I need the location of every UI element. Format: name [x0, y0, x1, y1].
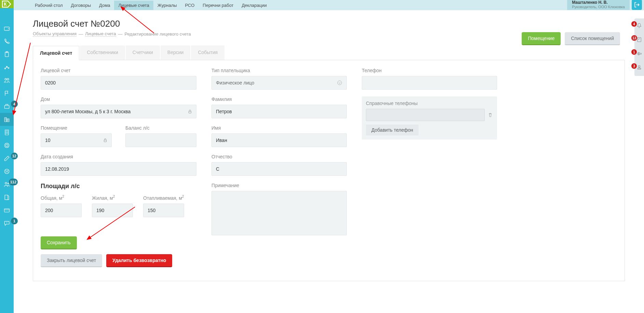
rail-task[interactable]: 13	[636, 37, 642, 44]
nav-accounts[interactable]: Лицевые счета	[114, 1, 153, 10]
svg-rect-21	[4, 209, 10, 212]
svg-point-19	[8, 183, 9, 184]
close-account-button[interactable]: Закрыть лицевой счет	[41, 254, 102, 267]
nav-journals[interactable]: Журналы	[153, 1, 181, 10]
svg-point-13	[4, 143, 9, 147]
nav-houses[interactable]: Дома	[95, 1, 114, 10]
input-area-living[interactable]	[92, 204, 133, 217]
header-actions: Помещение Список помещений	[522, 32, 620, 45]
sidebar-wallet-icon[interactable]	[0, 22, 14, 35]
input-balance[interactable]	[125, 133, 196, 147]
input-account[interactable]	[41, 76, 196, 90]
sidebar-calculator-icon[interactable]	[0, 126, 14, 139]
rail-stamp[interactable]: 3	[636, 65, 642, 72]
save-button[interactable]: Сохранить	[41, 236, 77, 249]
svg-rect-9	[4, 106, 9, 108]
user-box[interactable]: Машталенко Н. В. Руководитель, ООО Клюко…	[567, 0, 630, 10]
label-lastname: Фамилия	[211, 96, 347, 102]
label-ref-phones: Справочные телефоны	[366, 101, 493, 106]
logo[interactable]: К	[0, 0, 14, 8]
logo-icon: К	[2, 0, 12, 8]
input-room[interactable]	[41, 133, 112, 147]
label-balance: Баланс л/с	[125, 125, 196, 131]
svg-text:К: К	[4, 1, 7, 7]
label-phone: Телефон	[362, 68, 497, 73]
logout-button[interactable]	[632, 0, 642, 10]
label-area-heated: Отапливаемая, м2	[143, 195, 184, 201]
tab-meters[interactable]: Счетчики	[126, 45, 160, 60]
svg-rect-25	[638, 38, 641, 42]
nav-contracts[interactable]: Договоры	[67, 1, 95, 10]
rail-badge-3: 1	[631, 49, 637, 55]
input-phone[interactable]	[362, 76, 497, 90]
add-phone-button[interactable]: Добавить телефон	[366, 125, 419, 135]
svg-point-15	[4, 169, 9, 173]
label-note: Примечание	[211, 183, 347, 188]
room-button[interactable]: Помещение	[522, 32, 561, 45]
nav-works[interactable]: Перечни работ	[198, 1, 237, 10]
sidebar-buildings-icon[interactable]	[0, 113, 14, 126]
stamp-icon	[636, 65, 642, 71]
rail-badge-4: 3	[631, 63, 637, 69]
input-middlename[interactable]	[211, 162, 347, 176]
sidebar-chart-icon[interactable]	[0, 61, 14, 74]
input-area-total[interactable]	[41, 204, 82, 217]
select-payer-type[interactable]: Физическое лицо	[211, 76, 347, 90]
sidebar-doc-icon[interactable]	[0, 191, 14, 204]
input-lastname[interactable]	[211, 105, 347, 118]
user-role: Руководитель, ООО Клюковка	[572, 5, 625, 9]
main-area: Рабочий стол Договоры Дома Лицевые счета…	[14, 0, 644, 313]
svg-point-17	[8, 171, 8, 171]
input-ref-phone[interactable]	[366, 109, 485, 121]
svg-rect-20	[5, 195, 8, 199]
sidebar-chat-icon[interactable]: 1	[0, 217, 14, 230]
label-area-total: Общая, м2	[41, 195, 82, 201]
label-house: Дом	[41, 96, 196, 102]
trash-icon[interactable]	[488, 112, 493, 118]
top-nav: Рабочий стол Договоры Дома Лицевые счета…	[14, 0, 644, 10]
label-middlename: Отчество	[211, 154, 347, 159]
delete-button[interactable]: Удалить безвозвратно	[106, 254, 172, 267]
sidebar-edit-icon[interactable]: 12	[0, 152, 14, 165]
sidebar-cash-icon[interactable]: 4	[0, 100, 14, 113]
label-date: Дата создания	[41, 154, 196, 159]
sidebar-flag-icon[interactable]	[0, 87, 14, 100]
sidebar-phone-icon[interactable]	[0, 35, 14, 48]
nav-rso[interactable]: РСО	[181, 1, 199, 10]
svg-point-16	[6, 171, 6, 171]
sidebar-group-icon[interactable]	[0, 74, 14, 87]
input-area-heated[interactable]	[143, 204, 184, 217]
rail-badge-2: 13	[631, 35, 637, 41]
areas-heading: Площади л/с	[41, 183, 196, 190]
bell-icon	[636, 23, 642, 29]
label-area-living: Жилая, м2	[92, 195, 133, 201]
nav-dashboard[interactable]: Рабочий стол	[31, 1, 67, 10]
label-payer-type: Тип плательщика	[211, 68, 347, 73]
textarea-note[interactable]	[211, 191, 347, 235]
tab-versions[interactable]: Версии	[161, 45, 191, 60]
input-firstname[interactable]	[211, 133, 347, 147]
sidebar-people-icon[interactable]: 112	[0, 178, 14, 191]
crumb-accounts[interactable]: Лицевые счета	[85, 31, 116, 37]
input-date[interactable]	[41, 162, 196, 176]
tab-events[interactable]: События	[191, 45, 224, 60]
rooms-list-button[interactable]: Список помещений	[565, 32, 620, 45]
svg-point-14	[6, 144, 8, 147]
form-panel: Лицевой счет Дом Помещен	[33, 60, 625, 281]
crumb-objects[interactable]: Объекты управления	[33, 31, 77, 37]
sidebar-clipboard-icon[interactable]	[0, 48, 14, 61]
rail-signal[interactable]: 1	[636, 51, 642, 58]
tab-account[interactable]: Лицевой счет	[33, 46, 79, 60]
input-house[interactable]	[41, 105, 196, 118]
sidebar-card-icon[interactable]	[0, 204, 14, 217]
ref-phones-group: Справочные телефоны Добавить телефон	[362, 96, 497, 140]
rail-bell[interactable]: 4	[636, 23, 642, 30]
nav-decl[interactable]: Декларации	[238, 1, 271, 10]
left-sidebar: К 4 12 112 1	[0, 0, 14, 313]
sidebar-coin-icon[interactable]	[0, 139, 14, 152]
tab-owners[interactable]: Собственники	[80, 45, 125, 60]
svg-rect-10	[4, 118, 6, 122]
sidebar-face-icon[interactable]	[0, 165, 14, 178]
svg-point-7	[5, 78, 6, 80]
user-name: Машталенко Н. В.	[572, 0, 625, 5]
